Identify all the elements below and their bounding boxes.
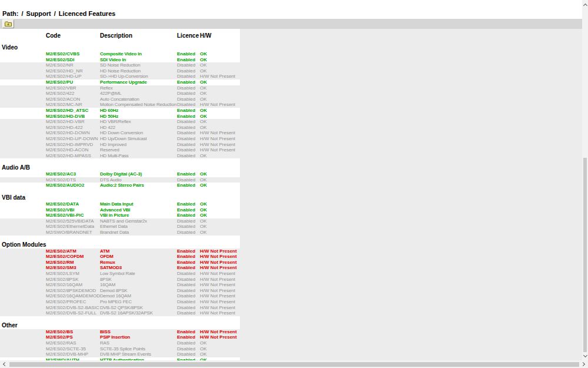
cell-desc: SD Noise Reduction (100, 62, 140, 68)
breadcrumb-label: Path: (2, 10, 19, 17)
cell-code: M2/ES02/CVBS (46, 51, 79, 57)
cell-hw: H/W Not Present (200, 254, 237, 260)
table-row: M2/ES02/DTSDTS AudioDisabledOK (0, 177, 240, 183)
table-row: M2/ES02/HD-UP-DOWNHD Up/Down SimulcastDi… (0, 136, 240, 142)
cell-hw: OK (200, 125, 207, 131)
cell-desc: HD Improved (100, 142, 126, 148)
cell-code: M2/ES02/422 (46, 91, 74, 97)
cell-lic: Disabled (177, 142, 195, 148)
cell-lic: Disabled (177, 91, 195, 97)
vertical-scrollbar-thumb[interactable] (583, 158, 587, 352)
cell-hw: OK (200, 171, 207, 177)
cell-lic: Disabled (177, 224, 195, 230)
cell-code: M2/ES02/DTS (46, 177, 76, 183)
table-row: M2/ES02/SM3SATMOD3EnabledH/W Not Present (0, 265, 240, 271)
cell-hw: OK (200, 79, 207, 85)
cell-code: M2/ES02/16QAM (46, 282, 82, 288)
folder-up-button[interactable] (2, 19, 14, 28)
cell-desc: Audio:2 Stereo Pairs (100, 183, 144, 188)
table-section: VideoM2/ES02/CVBSComposite Video InEnabl… (0, 44, 240, 158)
cell-lic: Enabled (177, 171, 195, 177)
table-row: M2/ES02/DATAMain Data InputEnabledOK (0, 201, 240, 207)
cell-desc: SATMOD3 (100, 265, 122, 271)
cell-desc: NABTS and Gemstar2x (100, 218, 147, 224)
breadcrumb-item-support[interactable]: Support (26, 10, 51, 17)
table-row: M2/ES02/16QAMDEMODDemod 16QAMDisabledH/W… (0, 293, 240, 299)
cell-code: M2/ES02/HD-DVB (46, 114, 85, 120)
cell-desc: Performance Upgrade (100, 79, 147, 85)
cell-desc: BISS (100, 329, 111, 335)
breadcrumb-bar: Path:/Support/Licenced Features (0, 0, 588, 19)
section-title: Audio A/B (0, 164, 240, 171)
table-row: M2/ES02/HD-IMPRVDHD ImprovedDisabledH/W … (0, 142, 240, 148)
table-row: M2/ES02/RMRemuxEnabledH/W Not Present (0, 260, 240, 266)
cell-code: M2/ES02/VBI (46, 207, 74, 213)
cell-lic: Disabled (177, 352, 195, 357)
cell-lic: Enabled (177, 79, 195, 85)
cell-hw: H/W Not Present (200, 299, 235, 305)
cell-hw: H/W Not Present (200, 260, 237, 266)
cell-desc: Pro MPEG FEC (100, 299, 132, 305)
cell-desc: SDI Video In (100, 57, 126, 63)
cell-desc: ATM (100, 248, 109, 254)
cell-lic: Disabled (177, 74, 195, 79)
cell-code: M2/ES02/SCTE-35 (46, 346, 86, 352)
cell-desc: HD Noise Reduction (100, 68, 141, 74)
scroll-right-icon[interactable] (581, 362, 585, 366)
cell-hw: H/W Not Present (200, 310, 235, 316)
scroll-left-icon[interactable] (3, 362, 7, 366)
table-row: M2/ES02/HD-422HD 422DisabledOK (0, 125, 240, 131)
horizontal-scrollbar[interactable] (0, 360, 588, 368)
cell-lic: Enabled (177, 201, 195, 207)
cell-lic: Disabled (177, 62, 195, 68)
cell-desc: RAS (100, 340, 109, 346)
cell-hw: H/W Not Present (200, 130, 235, 136)
table-header-row: Code Description Licence H/W (0, 29, 240, 44)
scroll-up-icon[interactable] (583, 4, 587, 8)
section-title: Option Modules (0, 241, 240, 248)
cell-desc: VBI in Picture (100, 213, 129, 218)
cell-hw: H/W Not Present (200, 305, 235, 311)
cell-lic: Enabled (177, 183, 195, 188)
horizontal-scrollbar-thumb[interactable] (9, 362, 579, 367)
cell-lic: Enabled (177, 248, 195, 254)
scroll-down-icon[interactable] (583, 353, 587, 357)
cell-code: M2/ES02/HD-UP (46, 74, 81, 79)
cell-hw: H/W Not Present (200, 329, 237, 335)
cell-desc: Motion Compensated Noise Reduction (100, 102, 176, 108)
table-row: M2/ES02/PSPSIP InsertionEnabledH/W Not P… (0, 334, 240, 340)
cell-lic: Disabled (177, 130, 195, 136)
cell-lic: Enabled (177, 57, 195, 63)
cell-code: M2/ES02/RAS (46, 340, 76, 346)
cell-lic: Disabled (177, 346, 195, 352)
cell-code: M2/ES02/LSYM (46, 271, 79, 277)
cell-code: M2/ES02/HD-422 (46, 125, 83, 131)
cell-hw: OK (200, 213, 207, 218)
header-hw: H/W (200, 32, 211, 39)
cell-code: M2/ES02/HD-VBR (46, 119, 85, 125)
cell-hw: H/W Not Present (200, 142, 235, 148)
cell-code: M2/ES02/DATA (46, 201, 79, 207)
cell-code: M2/ES02/HD-UP-DOWN (46, 136, 98, 142)
table-row: M2/ES02/VBIAdvanced VBIEnabledOK (0, 207, 240, 213)
cell-desc: HD 422 (100, 125, 115, 131)
cell-lic: Disabled (177, 102, 195, 108)
table-row: M2/ES02/DVB-S2-FULLDVB-S2 16APSK/32APSKD… (0, 310, 240, 316)
table-row: M2/ES02/COFDMOFDMEnabledH/W Not Present (0, 254, 240, 260)
cell-hw: OK (200, 207, 207, 213)
vertical-scrollbar[interactable] (582, 0, 588, 360)
cell-lic: Enabled (177, 260, 195, 266)
cell-hw: H/W Not Present (200, 136, 235, 142)
breadcrumb-item-licenced-features[interactable]: Licenced Features (59, 10, 116, 17)
cell-code: M2/ES02/AC3 (46, 171, 76, 177)
cell-desc: Main Data Input (100, 201, 133, 207)
cell-lic: Disabled (177, 230, 195, 236)
cell-hw: H/W Not Present (200, 265, 237, 271)
cell-code: M2/ES02/DVB-S2-FULL (46, 310, 96, 316)
table-row: M2/ES02/SDISDI Video InEnabledOK (0, 57, 240, 63)
cell-desc: Demod 8PSK (100, 288, 127, 294)
table-row: M2/ES02/PROFECPro MPEG FECDisabledH/W No… (0, 299, 240, 305)
table-row: M2/ES02/HD-ACONReservedDisabledH/W Not P… (0, 147, 240, 153)
cell-hw: OK (200, 62, 207, 68)
table-sections: VideoM2/ES02/CVBSComposite Video InEnabl… (0, 44, 240, 363)
